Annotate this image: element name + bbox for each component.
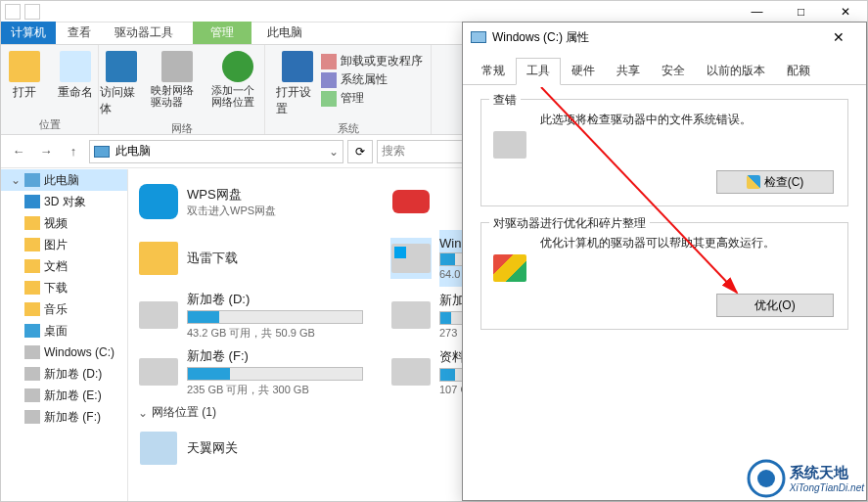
label: 重命名 (58, 84, 93, 101)
drive-c-item[interactable] (390, 238, 432, 279)
defrag-icon (493, 254, 526, 282)
forward-button[interactable]: → (34, 140, 58, 163)
navitem-drive-c[interactable]: Windows (C:) (1, 342, 127, 363)
dialog-body: 查错 此选项将检查驱动器中的文件系统错误。 检查(C) 对驱动器进行优化和碎片整… (463, 85, 866, 359)
navitem-drive-d[interactable]: 新加卷 (D:) (1, 363, 127, 385)
check-button[interactable]: 检查(C) (716, 170, 834, 194)
up-button[interactable]: ↑ (62, 140, 85, 163)
label: 访问媒体 (100, 84, 143, 117)
media-icon (106, 51, 137, 82)
open-button[interactable]: 打开 (1, 49, 48, 103)
close-button[interactable]: ✕ (823, 1, 867, 23)
label: 打开设置 (276, 84, 319, 117)
quick-access-toolbar (1, 4, 44, 20)
watermark-logo (747, 459, 786, 498)
window-controls: — □ ✕ (735, 1, 867, 23)
tab-hardware[interactable]: 硬件 (561, 58, 606, 84)
watermark: 系统天地 XiTongTianDi.net (747, 459, 864, 498)
folder-icon (138, 238, 179, 279)
tab-sharing[interactable]: 共享 (606, 58, 651, 84)
legend: 查错 (489, 92, 521, 109)
ribbon-group-network: 访问媒体 映射网络驱动器 添加一个网络位置 网络 (99, 45, 265, 134)
optimize-group: 对驱动器进行优化和碎片整理 优化计算机的驱动器可以帮助其更高效运行。 优化(O) (480, 222, 848, 330)
drive-icon (138, 295, 179, 336)
qat-dropdown[interactable] (24, 4, 40, 20)
system-properties-button[interactable]: 系统属性 (321, 71, 423, 88)
context-title-this-pc: 此电脑 (251, 22, 318, 44)
manage-icon (321, 91, 337, 107)
refresh-button[interactable]: ⟳ (347, 140, 373, 163)
group-label: 网络 (105, 119, 258, 138)
chevron-down-icon[interactable]: ⌄ (329, 145, 339, 159)
tab-quota[interactable]: 配额 (776, 58, 821, 84)
navitem-3d-objects[interactable]: 3D 对象 (1, 191, 127, 212)
rename-button[interactable]: 重命名 (52, 49, 99, 103)
optimize-button[interactable]: 优化(O) (716, 294, 834, 317)
maximize-button[interactable]: □ (779, 1, 823, 23)
dialog-close-button[interactable]: ✕ (819, 29, 858, 45)
dialog-title: Windows (C:) 属性 (492, 29, 589, 46)
navitem-this-pc[interactable]: ⌄此电脑 (1, 169, 127, 191)
description: 优化计算机的驱动器可以帮助其更高效运行。 (540, 235, 836, 251)
tab-tools[interactable]: 工具 (516, 58, 561, 85)
map-drive-button[interactable]: 映射网络驱动器 (149, 49, 206, 119)
navitem-videos[interactable]: 视频 (1, 212, 127, 234)
ribbon-group-system: 打开设置 卸载或更改程序 系统属性 管理 系统 (265, 45, 432, 134)
watermark-url: XiTongTianDi.net (790, 482, 864, 493)
uninstall-button[interactable]: 卸载或更改程序 (321, 53, 423, 69)
navitem-drive-e[interactable]: 新加卷 (E:) (1, 385, 127, 406)
titlebar: — □ ✕ (1, 1, 867, 23)
tab-computer[interactable]: 计算机 (1, 22, 56, 44)
rename-icon (60, 51, 91, 82)
globe-icon (222, 51, 253, 82)
partner-icon (390, 181, 432, 222)
legend: 对驱动器进行优化和碎片整理 (489, 215, 650, 232)
shield-icon (747, 175, 760, 189)
add-network-location-button[interactable]: 添加一个网络位置 (209, 49, 266, 119)
drive-icon (138, 351, 179, 392)
navitem-documents[interactable]: 文档 (1, 255, 127, 277)
tab-previous-versions[interactable]: 以前的版本 (696, 58, 776, 84)
label: 打开 (13, 84, 36, 101)
chevron-down-icon: ⌄ (138, 406, 148, 420)
description: 此选项将检查驱动器中的文件系统错误。 (540, 112, 836, 128)
group-label: 系统 (271, 119, 425, 138)
tab-drive-tools[interactable]: 驱动器工具 (103, 22, 185, 44)
navitem-music[interactable]: 音乐 (1, 298, 127, 320)
navitem-desktop[interactable]: 桌面 (1, 320, 127, 342)
navitem-drive-f[interactable]: 新加卷 (F:) (1, 406, 127, 428)
tab-general[interactable]: 常规 (471, 58, 516, 84)
qat-icon[interactable] (5, 4, 21, 20)
wps-icon (138, 181, 179, 222)
placeholder: 搜索 (382, 143, 405, 160)
drive-icon (161, 51, 193, 82)
drive-icon (390, 351, 432, 392)
settings-icon (282, 51, 313, 82)
watermark-title: 系统天地 (790, 464, 864, 482)
pc-icon (94, 146, 110, 158)
drive-icon (471, 31, 486, 43)
folder-open-icon (9, 51, 40, 82)
label: 映射网络驱动器 (151, 84, 204, 108)
navigation-pane: ⌄此电脑 3D 对象 视频 图片 文档 下载 音乐 桌面 Windows (C:… (1, 169, 128, 501)
group-label: 位置 (7, 115, 92, 134)
svg-point-2 (757, 470, 775, 487)
manage-button[interactable]: 管理 (321, 90, 423, 107)
label: 添加一个网络位置 (211, 84, 264, 108)
access-media-button[interactable]: 访问媒体 (98, 49, 145, 119)
minimize-button[interactable]: — (735, 1, 779, 23)
open-settings-button[interactable]: 打开设置 (274, 49, 321, 119)
uninstall-icon (321, 54, 337, 69)
drive-icon (493, 131, 526, 159)
ribbon-group-location: 打开 重命名 位置 (1, 45, 99, 134)
address-bar[interactable]: 此电脑 ⌄ (89, 140, 343, 163)
navitem-downloads[interactable]: 下载 (1, 277, 127, 298)
breadcrumb[interactable]: 此电脑 (115, 143, 151, 160)
context-tab-manage[interactable]: 管理 (193, 22, 251, 44)
tab-security[interactable]: 安全 (651, 58, 696, 84)
navitem-pictures[interactable]: 图片 (1, 234, 127, 255)
sysprops-icon (321, 72, 337, 88)
back-button[interactable]: ← (7, 140, 30, 163)
tab-view[interactable]: 查看 (56, 22, 103, 44)
properties-dialog: Windows (C:) 属性 ✕ 常规 工具 硬件 共享 安全 以前的版本 配… (462, 22, 867, 501)
